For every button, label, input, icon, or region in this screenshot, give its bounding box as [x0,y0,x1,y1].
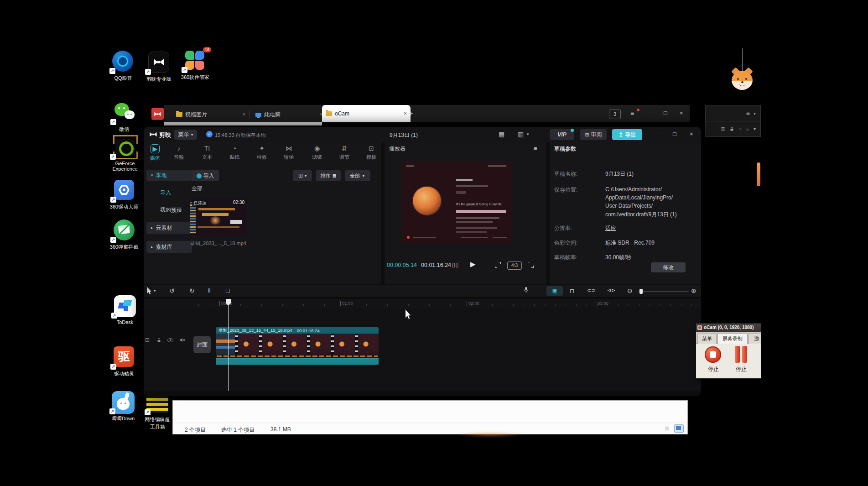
chevron-down-icon[interactable]: ▾ [754,126,756,131]
link-icon[interactable]: ⊂⊃ [587,287,595,293]
tab-close-icon[interactable]: × [404,110,407,117]
play-button[interactable]: ▶ [470,260,476,268]
fit-preview-icon[interactable] [495,262,501,268]
explorer-tab-ocam[interactable]: oCam × [322,105,411,122]
track-mute-icon[interactable] [179,338,185,342]
explorer-menu-icon[interactable]: ≡ [630,110,634,117]
explorer-tab-blessing-images[interactable]: 祝福图片 × [172,107,249,122]
desktop-icon-jijidown[interactable]: ↗ 唧唧Down [105,391,141,422]
review-button[interactable]: ⊞ 审阅 [580,129,607,140]
ocam-tab-game[interactable]: 游 [748,334,761,344]
jy-maximize-button[interactable]: □ [673,131,676,137]
track-toggle-icon[interactable]: ⊡ [145,337,150,343]
tab-adjust[interactable]: ⇵ 调节 [334,144,355,161]
media-thumbnail[interactable]: 已添加 02:30 [190,198,247,236]
keyboard-shortcut-icon[interactable]: ▦ [499,131,504,138]
desktop-icon-qq-player[interactable]: ↗ QQ影音 [105,50,141,82]
import-button[interactable]: 导入 [192,170,219,181]
zoom-slider-track[interactable] [639,291,689,292]
desktop-icon-todesk[interactable]: ↗ ToDesk [108,295,142,325]
chevron-down-icon[interactable]: ▾ [754,111,756,116]
auto-snap-icon[interactable]: ⊓ [570,287,574,294]
ocam-stop-button[interactable] [705,346,721,363]
layout-icon[interactable]: ▥ [518,131,524,138]
tab-count-badge[interactable]: 3 [609,110,621,119]
desktop-icon-web-toolbox[interactable]: ↗ 网络编辑超 工具箱 [137,392,178,430]
jy-close-button[interactable]: × [690,131,693,137]
thumbnail-view-icon[interactable] [674,424,684,433]
zoom-slider-thumb[interactable] [639,289,643,294]
tab-sticker[interactable]: ◔ 贴纸 [224,144,245,161]
sidebar-item-local[interactable]: ▾ 本地 [146,170,192,181]
desktop-icon-geforce[interactable]: ↗ GeForce Experience [109,135,141,172]
tab-transition[interactable]: ⋈ 转场 [278,144,299,161]
tab-media[interactable]: ▶ 媒体 [145,144,166,162]
track-magnet-toggle[interactable]: ▣ [546,286,563,296]
ocam-titlebar[interactable]: oCam (0, 0, 1920, 1080) [696,324,761,332]
draft-resolution-value[interactable]: 适应 [605,225,616,232]
tab-template[interactable]: ⊡ 模板 [361,144,382,161]
zoom-in-icon[interactable]: ⊕ [691,287,696,294]
ocam-tab-screen-record[interactable]: 屏幕录制 [717,333,748,344]
jy-minimize-button[interactable]: − [657,131,660,137]
track-visibility-icon[interactable] [167,338,173,342]
grid-icon: ⊞ [298,172,303,179]
select-tool-icon[interactable] [146,287,152,295]
player-viewport[interactable]: It's the greatest feeling in my life [401,162,512,244]
zoom-out-icon[interactable]: ⊖ [627,287,633,294]
menu-icon[interactable]: ≡ [746,125,749,132]
player-menu-icon[interactable]: ≡ [534,145,537,152]
desktop-icon-360-driver[interactable]: ↗ 360驱动大师 [107,179,141,210]
fullscreen-icon[interactable] [528,262,534,268]
explorer-tab-this-pc[interactable]: 此电脑 × [252,107,327,122]
chevron-down-icon[interactable]: ▾ [527,132,529,136]
menu-icon[interactable]: ≡ [746,110,750,117]
badge: 16 [203,47,211,52]
tab-audio[interactable]: ♪ 音频 [168,144,189,161]
tab-close-icon[interactable]: × [242,111,245,118]
lock-icon[interactable] [729,126,734,131]
track-lock-icon[interactable] [156,338,161,343]
redo-icon[interactable]: ↻ [189,287,195,294]
ocam-pause-button[interactable] [735,346,740,363]
record-voice-icon[interactable] [524,287,529,294]
ocam-tab-menu[interactable]: 菜单 [697,334,717,344]
timeline-video-clip[interactable]: 录制_2023_09_13_15_44_15_18.mp4 00:01:16:2… [216,327,379,365]
explorer-close-button[interactable]: × [680,110,683,116]
desktop-icon-jianying-pro[interactable]: ↗ 剪映专业版 [140,51,177,83]
sidebar-item-presets[interactable]: 我的预设 [160,206,182,214]
shiba-pet[interactable] [732,71,753,90]
desktop-icon-360-popup[interactable]: ↗ 360弹窗拦截 [107,219,141,251]
sidebar-item-library[interactable]: ▸ 素材库 [146,241,192,253]
media-filename: 录制_2023_..._5_18.mp4 [190,240,251,247]
sort-button[interactable]: 排序 ≣ [316,170,341,181]
desktop-icon-360-software[interactable]: 16 ↗ 360软件管家 [176,49,214,81]
export-button[interactable]: ↥ 导出 [612,129,642,140]
preview-axis-icon[interactable]: ⊲⊳ [607,287,615,293]
sidebar-item-cloud[interactable]: ▸ 云素材 [146,222,192,234]
tab-effects[interactable]: ✦ 特效 [251,144,272,161]
aspect-ratio-button[interactable]: 4:3 [507,261,522,270]
ocam-pause-button-bar[interactable] [742,346,747,363]
cover-button[interactable]: 封面 [193,336,211,353]
explorer-maximize-button[interactable]: □ [664,110,667,116]
details-view-icon[interactable]: ≣ [665,425,670,432]
delete-icon[interactable]: □ [226,287,229,294]
new-tab-button[interactable]: + [409,110,413,118]
desktop-icon-wechat[interactable]: ↗ 微信 [106,101,142,133]
sidebar-item-import[interactable]: 导入 [160,189,171,197]
explorer-minimize-button[interactable]: − [648,110,651,116]
filter-button[interactable]: 全部 ▼ [345,170,370,181]
plus-icon[interactable]: + [738,125,742,132]
modify-button[interactable]: 修改 [651,262,686,272]
tab-text[interactable]: TI 文本 [197,144,218,161]
split-icon[interactable]: Ⅱ [208,287,211,294]
view-mode-button[interactable]: ⊞ ▾ [293,170,312,181]
undo-icon[interactable]: ↺ [169,287,175,294]
list-icon[interactable]: ≣ [721,126,725,132]
menu-button[interactable]: 菜单▾ [174,130,197,140]
tab-filters[interactable]: ◉ 滤镜 [307,144,327,161]
desktop-icon-driver-genius[interactable]: 驱 ↗ 驱动精灵 [107,346,141,377]
chevron-down-icon[interactable]: ▾ [154,288,156,293]
mirror-preview-icon[interactable]: ▯▯ [452,261,459,268]
